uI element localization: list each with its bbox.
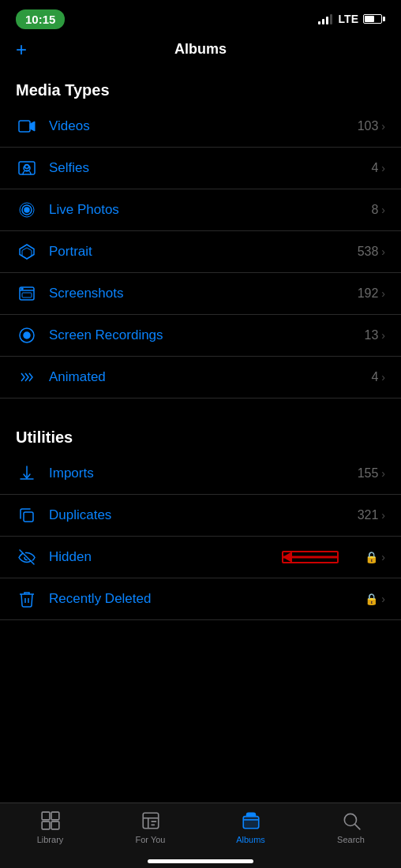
hidden-icon — [16, 546, 38, 568]
page-title: Albums — [174, 41, 227, 58]
screenshots-icon — [16, 282, 38, 305]
videos-count: 103 — [358, 119, 379, 133]
screen-recordings-count: 13 — [365, 328, 379, 342]
content-area: Media Types Videos 103 › Selfies 4 — [0, 67, 401, 686]
screenshots-right: 192 › — [358, 286, 385, 301]
screenshots-chevron: › — [381, 287, 385, 300]
duplicates-item[interactable]: Duplicates 321 › — [0, 495, 401, 537]
duplicates-icon — [16, 504, 38, 526]
home-indicator — [148, 859, 253, 863]
hidden-right: 🔒 › — [365, 551, 385, 563]
hidden-chevron: › — [381, 551, 385, 563]
screen-recordings-label: Screen Recordings — [49, 327, 365, 343]
selfies-label: Selfies — [49, 160, 371, 176]
screen-recordings-right: 13 › — [365, 328, 385, 342]
svg-line-29 — [354, 825, 359, 829]
screenshots-item[interactable]: Screenshots 192 › — [0, 273, 401, 315]
svg-marker-1 — [30, 122, 35, 131]
svg-rect-19 — [42, 812, 50, 820]
for-you-tab-icon — [140, 810, 162, 832]
selfies-right: 4 › — [371, 161, 385, 175]
lte-label: LTE — [339, 13, 358, 25]
live-photos-label: Live Photos — [49, 202, 371, 218]
duplicates-label: Duplicates — [49, 507, 358, 523]
search-tab-icon — [340, 810, 362, 832]
selfies-count: 4 — [371, 161, 378, 175]
svg-rect-0 — [19, 121, 30, 132]
videos-item[interactable]: Videos 103 › — [0, 106, 401, 148]
tab-search[interactable]: Search — [301, 810, 401, 844]
selfies-icon — [16, 157, 38, 179]
library-tab-label: Library — [37, 835, 64, 844]
svg-rect-10 — [22, 293, 32, 297]
add-button[interactable]: + — [16, 40, 27, 59]
screen-recordings-chevron: › — [381, 329, 385, 342]
recently-deleted-icon — [16, 588, 38, 610]
live-photos-count: 8 — [371, 203, 378, 217]
recently-deleted-item[interactable]: Recently Deleted 🔒 › — [0, 578, 401, 620]
section-divider — [0, 398, 401, 414]
duplicates-count: 321 — [358, 508, 379, 522]
selfies-chevron: › — [381, 162, 385, 174]
screenshots-label: Screenshots — [49, 286, 358, 301]
svg-point-28 — [344, 814, 356, 825]
animated-icon — [16, 366, 38, 388]
tab-bar: Library For You Albums — [0, 803, 401, 868]
albums-tab-label: Albums — [236, 835, 265, 844]
media-types-header: Media Types — [0, 67, 401, 106]
portrait-icon — [16, 241, 38, 263]
portrait-right: 538 › — [358, 245, 385, 259]
tab-for-you[interactable]: For You — [100, 810, 200, 844]
library-tab-icon — [39, 810, 62, 832]
svg-point-9 — [21, 288, 23, 290]
svg-point-12 — [24, 332, 30, 339]
animated-item[interactable]: Animated 4 › — [0, 357, 401, 398]
hidden-lock-icon: 🔒 — [365, 551, 378, 563]
svg-point-4 — [25, 165, 29, 169]
hidden-item[interactable]: Hidden 🔒 › — [0, 537, 401, 578]
imports-item[interactable]: Imports 155 › — [0, 453, 401, 495]
live-photos-item[interactable]: Live Photos 8 › — [0, 189, 401, 231]
imports-right: 155 › — [358, 466, 385, 481]
recently-deleted-label: Recently Deleted — [49, 591, 365, 607]
recently-deleted-lock-icon: 🔒 — [365, 593, 378, 605]
tab-albums[interactable]: Albums — [200, 810, 301, 844]
recently-deleted-chevron: › — [381, 593, 385, 605]
screen-recordings-item[interactable]: Screen Recordings 13 › — [0, 315, 401, 357]
duplicates-right: 321 › — [358, 508, 385, 522]
svg-rect-13 — [24, 512, 33, 522]
imports-icon — [16, 462, 38, 485]
albums-tab-icon — [240, 810, 262, 832]
imports-label: Imports — [49, 466, 358, 481]
utilities-header: Utilities — [0, 414, 401, 453]
screen-recordings-icon — [16, 324, 38, 346]
portrait-label: Portrait — [49, 244, 358, 260]
videos-label: Videos — [49, 118, 358, 134]
videos-chevron: › — [381, 120, 385, 133]
tab-library[interactable]: Library — [0, 810, 100, 844]
animated-label: Animated — [49, 369, 371, 385]
animated-chevron: › — [381, 371, 385, 383]
svg-rect-23 — [143, 813, 159, 829]
recently-deleted-right: 🔒 › — [365, 593, 385, 605]
svg-rect-22 — [51, 821, 59, 829]
imports-chevron: › — [381, 467, 385, 480]
header: + Albums — [0, 35, 401, 67]
selfies-item[interactable]: Selfies 4 › — [0, 148, 401, 189]
portrait-item[interactable]: Portrait 538 › — [0, 231, 401, 273]
live-photos-right: 8 › — [371, 203, 385, 217]
svg-rect-20 — [51, 812, 59, 820]
live-photos-chevron: › — [381, 204, 385, 216]
search-tab-label: Search — [337, 835, 365, 844]
status-icons: LTE — [318, 13, 385, 25]
animated-right: 4 › — [371, 370, 385, 384]
screenshots-count: 192 — [358, 286, 379, 301]
live-photos-icon — [16, 199, 38, 221]
status-time: 10:15 — [16, 9, 65, 29]
portrait-chevron: › — [381, 245, 385, 258]
svg-rect-26 — [243, 817, 259, 829]
animated-count: 4 — [371, 370, 378, 384]
imports-count: 155 — [358, 466, 379, 481]
for-you-tab-label: For You — [136, 835, 166, 844]
signal-icon — [318, 13, 332, 24]
